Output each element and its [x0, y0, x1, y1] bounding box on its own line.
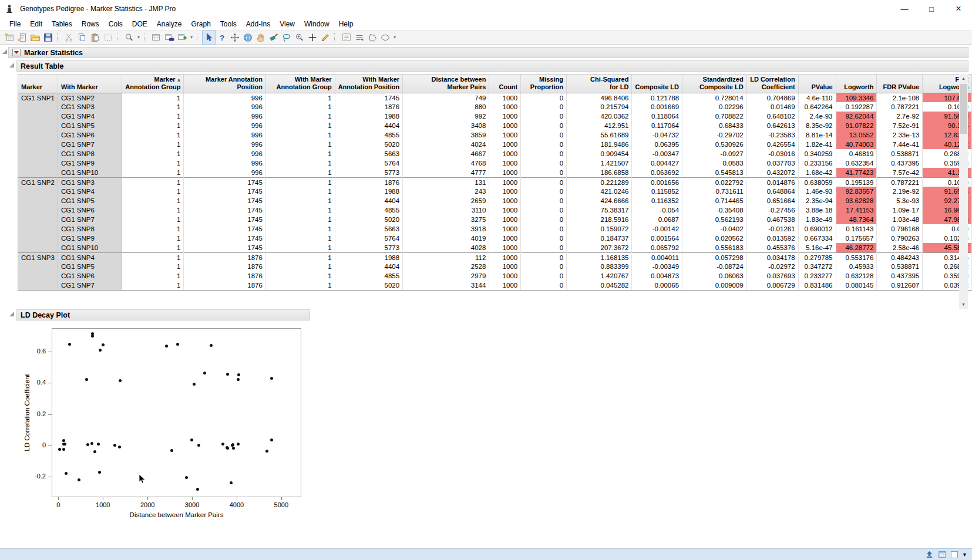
status-dropdown-icon[interactable]: ▼ [962, 552, 967, 558]
with-marker-annotation-group-cell[interactable]: 1 [265, 215, 335, 224]
distance-between-marker-pairs-cell[interactable]: 3859 [403, 130, 489, 140]
chi-squared-for-ld-cell[interactable]: 0.045282 [567, 281, 632, 290]
data-point[interactable] [97, 443, 100, 446]
scrollbar-thumb[interactable] [960, 84, 967, 134]
standardized-composite-ld-cell[interactable]: -0.0927 [682, 149, 747, 158]
with-marker-annotation-position-cell[interactable]: 1988 [335, 187, 402, 196]
column-header-marker-annotation-position[interactable]: Marker AnnotationPosition [184, 75, 265, 93]
column-header-fdr-pvalue[interactable]: FDR PValue [877, 75, 923, 93]
column-header-standardized-composite-ld[interactable]: StandardizedComposite LD [682, 75, 747, 93]
ld-correlation-coefficient-cell[interactable]: 0.013592 [746, 234, 798, 243]
chi-squared-for-ld-cell[interactable]: 496.8406 [567, 93, 632, 102]
fdr-pvalue-cell[interactable]: 2.19e-92 [877, 187, 923, 196]
missing-proportion-cell[interactable]: 0 [521, 102, 567, 112]
with-marker-annotation-position-cell[interactable]: 4855 [335, 205, 402, 215]
brush-tool-icon[interactable] [267, 31, 280, 44]
pvalue-cell[interactable]: 0.347272 [798, 262, 836, 271]
marker-annotation-group-cell[interactable]: 1 [122, 140, 184, 149]
with-marker-cell[interactable]: CG1 SNP10 [58, 168, 122, 177]
pvalue-cell[interactable]: 2.35e-94 [798, 196, 836, 205]
composite-ld-cell[interactable]: -0.00349 [632, 262, 682, 271]
marker-annotation-position-cell[interactable]: 1745 [184, 205, 265, 215]
fdr-pvalue-cell[interactable]: 1.03e-48 [877, 215, 923, 224]
missing-proportion-cell[interactable]: 0 [521, 215, 567, 224]
with-marker-cell[interactable]: CG1 SNP9 [58, 234, 122, 243]
fdr-pvalue-cell[interactable]: 7.44e-41 [877, 140, 923, 149]
data-point[interactable] [98, 471, 101, 474]
with-marker-annotation-group-cell[interactable]: 1 [265, 187, 335, 196]
data-point[interactable] [210, 344, 213, 347]
data-point[interactable] [118, 446, 121, 448]
data-point[interactable] [226, 373, 229, 376]
marker-cell[interactable] [18, 262, 58, 271]
distance-between-marker-pairs-cell[interactable]: 2528 [403, 262, 489, 271]
missing-proportion-cell[interactable]: 0 [521, 205, 567, 215]
pvalue-cell[interactable]: 0.233277 [798, 271, 836, 281]
marker-annotation-group-cell[interactable]: 1 [122, 234, 184, 243]
data-point[interactable] [119, 379, 122, 382]
marker-cell[interactable] [18, 234, 58, 243]
with-marker-annotation-position-cell[interactable]: 4404 [335, 262, 402, 271]
with-marker-annotation-position-cell[interactable]: 4404 [335, 121, 402, 130]
marker-cell[interactable] [18, 224, 58, 234]
count-cell[interactable]: 1000 [489, 215, 521, 224]
table-row[interactable]: CG1 SNP81996156634667100000.909454-0.003… [18, 149, 972, 158]
menu-item-help[interactable]: Help [334, 19, 358, 29]
count-cell[interactable]: 1000 [489, 158, 521, 168]
menu-item-graph[interactable]: Graph [186, 19, 215, 29]
with-marker-cell[interactable]: CG1 SNP4 [58, 252, 122, 262]
count-cell[interactable]: 1000 [489, 262, 521, 271]
marker-annotation-group-cell[interactable]: 1 [122, 196, 184, 205]
ld-correlation-coefficient-cell[interactable]: -0.02972 [746, 262, 798, 271]
with-marker-annotation-position-cell[interactable]: 1988 [335, 252, 402, 262]
marker-annotation-position-cell[interactable]: 1876 [184, 262, 265, 271]
chi-squared-for-ld-cell[interactable]: 420.0362 [567, 112, 632, 121]
count-cell[interactable]: 1000 [489, 252, 521, 262]
table-row[interactable]: CG1 SNP4117451198824310000421.02460.1158… [18, 187, 972, 196]
fdr-pvalue-cell[interactable]: 0.437395 [877, 158, 923, 168]
maximize-button[interactable]: □ [918, 0, 945, 18]
standardized-composite-ld-cell[interactable]: 0.562193 [682, 215, 747, 224]
table-row[interactable]: CG1 SNP10199615773477710000186.68580.063… [18, 168, 972, 177]
missing-proportion-cell[interactable]: 0 [521, 177, 567, 187]
chi-squared-for-ld-cell[interactable]: 421.0246 [567, 187, 632, 196]
table-row[interactable]: CG1 SNP5199614404340810000412.9510.11706… [18, 121, 972, 130]
with-marker-annotation-position-cell[interactable]: 1745 [335, 93, 402, 102]
marker-annotation-group-cell[interactable]: 1 [122, 130, 184, 140]
logworth-cell[interactable]: 0.161143 [836, 224, 877, 234]
data-point[interactable] [196, 488, 199, 491]
logworth-cell[interactable]: 109.3346 [836, 93, 877, 102]
distance-between-marker-pairs-cell[interactable]: 749 [403, 93, 489, 102]
marker-annotation-group-cell[interactable]: 1 [122, 215, 184, 224]
lasso-tool-icon[interactable] [280, 31, 293, 44]
missing-proportion-cell[interactable]: 0 [521, 93, 567, 102]
with-marker-annotation-group-cell[interactable]: 1 [265, 140, 335, 149]
logworth-cell[interactable]: 91.07822 [836, 121, 877, 130]
pvalue-cell[interactable]: 5.16e-47 [798, 243, 836, 252]
marker-annotation-position-cell[interactable]: 996 [184, 102, 265, 112]
count-cell[interactable]: 1000 [489, 149, 521, 158]
menu-item-doe[interactable]: DOE [127, 19, 152, 29]
with-marker-annotation-position-cell[interactable]: 4855 [335, 130, 402, 140]
with-marker-cell[interactable]: CG1 SNP9 [58, 158, 122, 168]
data-point[interactable] [232, 447, 235, 450]
standardized-composite-ld-cell[interactable]: 0.009009 [682, 281, 747, 290]
marker-annotation-group-cell[interactable]: 1 [122, 149, 184, 158]
marker-statistics-disclosure-icon[interactable] [2, 49, 7, 54]
distance-between-marker-pairs-cell[interactable]: 2659 [403, 196, 489, 205]
fdr-pvalue-cell[interactable]: 2.7e-92 [877, 112, 923, 121]
with-marker-cell[interactable]: CG1 SNP7 [58, 215, 122, 224]
fdr-pvalue-cell[interactable]: 0.538871 [877, 149, 923, 158]
data-point[interactable] [203, 372, 206, 375]
marker-annotation-position-cell[interactable]: 996 [184, 168, 265, 177]
pvalue-cell[interactable]: 8.35e-92 [798, 121, 836, 130]
chi-squared-for-ld-cell[interactable]: 0.221289 [567, 177, 632, 187]
logworth-cell[interactable]: 0.45933 [836, 262, 877, 271]
with-marker-cell[interactable]: CG1 SNP8 [58, 149, 122, 158]
ld-correlation-coefficient-cell[interactable]: 0.014876 [746, 177, 798, 187]
marker-cell[interactable]: CG1 SNP3 [18, 252, 58, 262]
chi-squared-for-ld-cell[interactable]: 0.215794 [567, 102, 632, 112]
column-header-chi-squared-for-ld[interactable]: Chi-Squaredfor LD [567, 75, 632, 93]
composite-ld-cell[interactable]: 0.001669 [632, 102, 682, 112]
data-point[interactable] [221, 443, 224, 446]
